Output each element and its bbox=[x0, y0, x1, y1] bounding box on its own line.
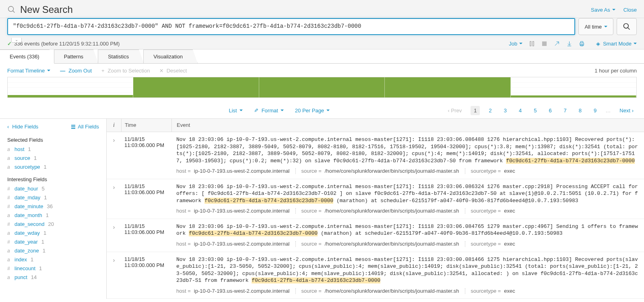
highlighted-term[interactable]: f0c9dc61-27fb-4d1a-b774-2d3163c23db7-000… bbox=[204, 198, 333, 204]
field-row[interactable]: adate_zone1 bbox=[7, 248, 99, 254]
field-row[interactable]: ahost1 bbox=[7, 146, 99, 152]
share-icon[interactable] bbox=[554, 41, 560, 47]
field-name[interactable]: punct bbox=[14, 274, 27, 280]
col-event[interactable]: Event bbox=[171, 119, 644, 132]
timeline-bar[interactable] bbox=[8, 95, 133, 97]
meta-source-value[interactable]: /home/core/splunkforwarder/bin/scripts/j… bbox=[325, 168, 459, 175]
field-row[interactable]: adate_month1 bbox=[7, 212, 99, 218]
tab-visualization[interactable]: Visualization bbox=[143, 50, 198, 63]
event-body[interactable]: Nov 18 23:03:06 ip-10-0-7-193.us-west-2.… bbox=[171, 136, 644, 175]
pager-page[interactable]: 4 bbox=[516, 106, 525, 115]
timeline-bar[interactable] bbox=[133, 77, 259, 97]
field-row[interactable]: aindex1 bbox=[7, 256, 99, 263]
pager-page[interactable]: 7 bbox=[561, 106, 570, 115]
field-row[interactable]: adate_wday1 bbox=[7, 230, 99, 236]
field-name[interactable]: date_hour bbox=[14, 186, 38, 192]
expand-icon[interactable] bbox=[107, 256, 121, 295]
search-input[interactable]: "f0c9dc61-27fb-4d1a-b774-2d3163c23db7-00… bbox=[7, 18, 575, 35]
zoom-out-button[interactable]: Zoom Out bbox=[60, 68, 92, 74]
field-name[interactable]: host bbox=[14, 146, 25, 152]
highlighted-term[interactable]: f0c9dc61-27fb-4d1a-b774-2d3163c23db7-000… bbox=[189, 230, 318, 236]
col-time[interactable]: Time bbox=[121, 119, 171, 132]
search-expand-handle[interactable]: ⌄ bbox=[11, 38, 22, 43]
per-page-button[interactable]: 20 Per Page bbox=[295, 108, 330, 114]
field-name[interactable]: date_wday bbox=[14, 230, 40, 236]
meta-sourcetype-value[interactable]: exec bbox=[504, 240, 515, 248]
pager-page[interactable]: 6 bbox=[545, 106, 555, 115]
deselect-button: Deselect bbox=[159, 68, 187, 74]
meta-sourcetype-value[interactable]: exec bbox=[504, 288, 515, 295]
meta-host-value[interactable]: ip-10-0-7-193.us-west-2.compute.internal bbox=[194, 168, 290, 175]
field-row[interactable]: #date_hour5 bbox=[7, 186, 99, 192]
pager-page[interactable]: 2 bbox=[485, 106, 495, 115]
event-meta: host = ip-10-0-7-193.us-west-2.compute.i… bbox=[176, 168, 639, 175]
save-as-button[interactable]: Save As bbox=[591, 7, 615, 13]
field-row[interactable]: asourcetype1 bbox=[7, 164, 99, 170]
all-fields-button[interactable]: All Fields bbox=[71, 124, 99, 130]
meta-sourcetype-value[interactable]: exec bbox=[504, 207, 515, 215]
field-row[interactable]: #date_second20 bbox=[7, 221, 99, 227]
meta-host-value[interactable]: ip-10-0-7-193.us-west-2.compute.internal bbox=[194, 288, 290, 295]
pager-page[interactable]: 8 bbox=[576, 106, 585, 115]
close-button[interactable]: Close bbox=[623, 7, 637, 13]
event-body[interactable]: Nov 18 23:03:06 ip-10-0-7-193.us-west-2.… bbox=[171, 223, 644, 248]
meta-sourcetype-label: sourcetype = bbox=[471, 207, 501, 215]
meta-host-value[interactable]: ip-10-0-7-193.us-west-2.compute.internal bbox=[194, 207, 290, 215]
search-submit-button[interactable] bbox=[617, 18, 637, 35]
selected-fields-heading: Selected Fields bbox=[7, 137, 99, 143]
format-events-button[interactable]: Format bbox=[254, 108, 284, 114]
timeline-bar[interactable] bbox=[259, 77, 385, 97]
field-name[interactable]: date_zone bbox=[14, 248, 39, 254]
highlighted-term[interactable]: f0c9dc61-27fb-4d1a-b774-2d3163c23db7-000… bbox=[506, 158, 635, 164]
expand-icon[interactable] bbox=[107, 223, 121, 248]
print-icon[interactable] bbox=[579, 41, 585, 47]
pager-page[interactable]: 9 bbox=[590, 106, 600, 115]
pause-icon[interactable] bbox=[529, 41, 535, 47]
pager-page[interactable]: 1 bbox=[471, 106, 480, 115]
time-range-picker[interactable]: All time bbox=[578, 18, 613, 35]
field-name[interactable]: source bbox=[14, 155, 30, 161]
field-name[interactable]: date_month bbox=[14, 212, 42, 218]
field-row[interactable]: #date_minute36 bbox=[7, 203, 99, 209]
stop-icon[interactable] bbox=[541, 41, 547, 47]
field-count: 1 bbox=[44, 164, 47, 170]
display-list-button[interactable]: List bbox=[229, 108, 242, 114]
highlighted-term[interactable]: f0c9dc61-27fb-4d1a-b774-2d3163c23db7-000… bbox=[252, 277, 380, 283]
event-body[interactable]: Nov 18 23:03:00 ip-10-0-7-193.us-west-2.… bbox=[171, 256, 644, 295]
field-name[interactable]: date_minute bbox=[14, 203, 43, 209]
meta-host-value[interactable]: ip-10-0-7-193.us-west-2.compute.internal bbox=[194, 240, 290, 248]
field-name[interactable]: date_second bbox=[14, 221, 44, 227]
download-icon[interactable] bbox=[566, 41, 572, 47]
event-body[interactable]: Nov 18 23:03:06 ip-10-0-7-193.us-west-2.… bbox=[171, 183, 644, 215]
field-name[interactable]: date_year bbox=[14, 239, 38, 245]
meta-source-value[interactable]: /home/core/splunkforwarder/bin/scripts/j… bbox=[325, 207, 459, 215]
field-row[interactable]: asource1 bbox=[7, 155, 99, 161]
tab-statistics[interactable]: Statistics bbox=[98, 50, 144, 63]
pager-page[interactable]: 3 bbox=[501, 106, 510, 115]
meta-sourcetype-value[interactable]: exec bbox=[504, 168, 515, 175]
search-mode-picker[interactable]: Smart Mode bbox=[596, 41, 637, 47]
field-row[interactable]: #date_year1 bbox=[7, 239, 99, 245]
field-row[interactable]: apunct14 bbox=[7, 274, 99, 280]
meta-source-value[interactable]: /home/core/splunkforwarder/bin/scripts/j… bbox=[325, 240, 459, 248]
field-row[interactable]: #linecount1 bbox=[7, 265, 99, 271]
tab-patterns[interactable]: Patterns bbox=[54, 50, 98, 63]
field-name[interactable]: date_mday bbox=[14, 194, 40, 201]
format-timeline-button[interactable]: Format Timeline bbox=[7, 68, 50, 74]
pager-next[interactable]: Next › bbox=[616, 106, 637, 115]
col-info[interactable]: i bbox=[107, 119, 121, 132]
field-name[interactable]: index bbox=[14, 256, 27, 263]
field-name[interactable]: sourcetype bbox=[14, 164, 40, 170]
timeline-bar[interactable] bbox=[385, 77, 510, 97]
tab-events[interactable]: Events (336) bbox=[0, 50, 54, 64]
field-row[interactable]: #date_mday1 bbox=[7, 194, 99, 201]
meta-source-value[interactable]: /home/core/splunkforwarder/bin/scripts/j… bbox=[325, 288, 459, 295]
timeline-bar[interactable] bbox=[511, 95, 636, 97]
job-menu[interactable]: Job bbox=[509, 41, 522, 47]
expand-icon[interactable] bbox=[107, 183, 121, 215]
field-name[interactable]: linecount bbox=[14, 265, 35, 271]
timeline-chart[interactable] bbox=[7, 77, 637, 98]
hide-fields-button[interactable]: Hide Fields bbox=[7, 124, 38, 130]
expand-icon[interactable] bbox=[107, 136, 121, 175]
pager-page[interactable]: 5 bbox=[530, 106, 540, 115]
